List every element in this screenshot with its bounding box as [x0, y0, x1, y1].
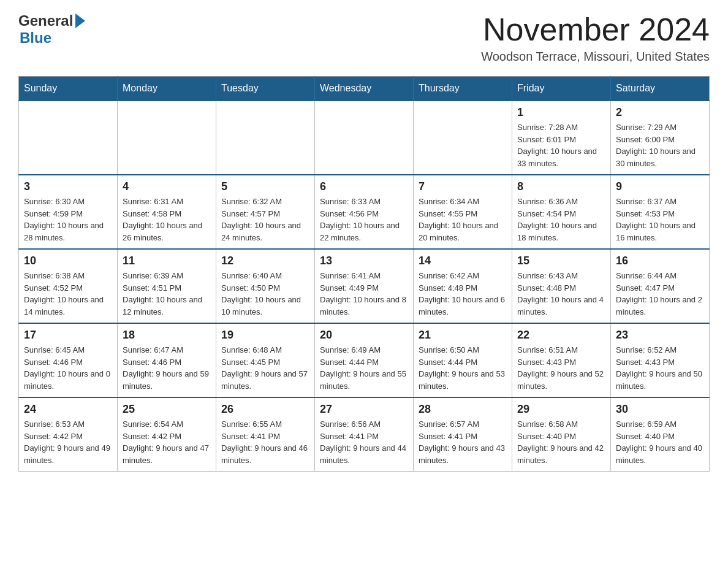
day-info: Sunrise: 6:34 AM Sunset: 4:55 PM Dayligh… [419, 196, 507, 243]
calendar-cell: 8Sunrise: 6:36 AM Sunset: 4:54 PM Daylig… [512, 175, 611, 249]
day-info: Sunrise: 6:31 AM Sunset: 4:58 PM Dayligh… [123, 196, 211, 243]
calendar-cell: 4Sunrise: 6:31 AM Sunset: 4:58 PM Daylig… [118, 175, 216, 249]
day-number: 15 [517, 255, 605, 267]
calendar-cell [414, 101, 512, 175]
calendar-cell [118, 101, 216, 175]
calendar-cell: 28Sunrise: 6:57 AM Sunset: 4:41 PM Dayli… [414, 397, 512, 472]
calendar-cell: 2Sunrise: 7:29 AM Sunset: 6:00 PM Daylig… [611, 101, 710, 175]
calendar-cell [19, 101, 118, 175]
day-number: 25 [123, 403, 211, 416]
day-info: Sunrise: 6:33 AM Sunset: 4:56 PM Dayligh… [320, 196, 408, 243]
calendar-cell: 1Sunrise: 7:28 AM Sunset: 6:01 PM Daylig… [512, 101, 611, 175]
weekday-header-thursday: Thursday [414, 77, 512, 101]
day-number: 26 [221, 403, 309, 416]
day-info: Sunrise: 6:39 AM Sunset: 4:51 PM Dayligh… [123, 270, 211, 318]
day-number: 1 [517, 106, 605, 119]
calendar-cell: 13Sunrise: 6:41 AM Sunset: 4:49 PM Dayli… [315, 249, 414, 323]
day-number: 11 [123, 255, 211, 267]
calendar-cell: 27Sunrise: 6:56 AM Sunset: 4:41 PM Dayli… [315, 397, 414, 472]
day-info: Sunrise: 6:32 AM Sunset: 4:57 PM Dayligh… [221, 196, 309, 243]
day-number: 10 [24, 255, 112, 267]
weekday-header-friday: Friday [512, 77, 611, 101]
logo: General Blue [18, 12, 85, 47]
day-number: 23 [616, 329, 704, 342]
day-info: Sunrise: 7:28 AM Sunset: 6:01 PM Dayligh… [517, 121, 605, 169]
day-number: 9 [616, 180, 704, 193]
calendar-cell: 22Sunrise: 6:51 AM Sunset: 4:43 PM Dayli… [512, 323, 611, 397]
logo-blue-text: Blue [20, 29, 51, 46]
calendar-cell: 30Sunrise: 6:59 AM Sunset: 4:40 PM Dayli… [611, 397, 710, 472]
calendar-cell: 12Sunrise: 6:40 AM Sunset: 4:50 PM Dayli… [216, 249, 315, 323]
day-number: 2 [616, 106, 704, 119]
day-number: 6 [320, 180, 408, 193]
day-number: 28 [419, 403, 507, 416]
day-info: Sunrise: 6:42 AM Sunset: 4:48 PM Dayligh… [419, 270, 507, 318]
day-number: 5 [221, 180, 309, 193]
day-number: 18 [123, 329, 211, 342]
day-number: 14 [419, 255, 507, 267]
logo-triangle-icon [75, 13, 85, 28]
page-header: General Blue November 2024 Woodson Terra… [18, 12, 710, 64]
weekday-header-sunday: Sunday [19, 77, 118, 101]
day-info: Sunrise: 6:44 AM Sunset: 4:47 PM Dayligh… [616, 270, 704, 318]
calendar-cell: 18Sunrise: 6:47 AM Sunset: 4:46 PM Dayli… [118, 323, 216, 397]
calendar-cell: 24Sunrise: 6:53 AM Sunset: 4:42 PM Dayli… [19, 397, 118, 472]
day-info: Sunrise: 6:56 AM Sunset: 4:41 PM Dayligh… [320, 418, 408, 466]
calendar-week-4: 17Sunrise: 6:45 AM Sunset: 4:46 PM Dayli… [19, 323, 710, 397]
calendar-cell: 29Sunrise: 6:58 AM Sunset: 4:40 PM Dayli… [512, 397, 611, 472]
day-info: Sunrise: 6:49 AM Sunset: 4:44 PM Dayligh… [320, 344, 408, 392]
calendar-cell: 3Sunrise: 6:30 AM Sunset: 4:59 PM Daylig… [19, 175, 118, 249]
calendar-cell: 15Sunrise: 6:43 AM Sunset: 4:48 PM Dayli… [512, 249, 611, 323]
day-info: Sunrise: 6:52 AM Sunset: 4:43 PM Dayligh… [616, 344, 704, 392]
calendar-cell: 5Sunrise: 6:32 AM Sunset: 4:57 PM Daylig… [216, 175, 315, 249]
calendar-cell: 10Sunrise: 6:38 AM Sunset: 4:52 PM Dayli… [19, 249, 118, 323]
day-number: 20 [320, 329, 408, 342]
day-number: 16 [616, 255, 704, 267]
day-number: 27 [320, 403, 408, 416]
day-info: Sunrise: 6:55 AM Sunset: 4:41 PM Dayligh… [221, 418, 309, 466]
calendar-week-1: 1Sunrise: 7:28 AM Sunset: 6:01 PM Daylig… [19, 101, 710, 175]
calendar-cell: 9Sunrise: 6:37 AM Sunset: 4:53 PM Daylig… [611, 175, 710, 249]
calendar-week-3: 10Sunrise: 6:38 AM Sunset: 4:52 PM Dayli… [19, 249, 710, 323]
weekday-header-tuesday: Tuesday [216, 77, 315, 101]
day-number: 8 [517, 180, 605, 193]
day-number: 22 [517, 329, 605, 342]
calendar-cell: 20Sunrise: 6:49 AM Sunset: 4:44 PM Dayli… [315, 323, 414, 397]
day-info: Sunrise: 6:58 AM Sunset: 4:40 PM Dayligh… [517, 418, 605, 466]
location-title: Woodson Terrace, Missouri, United States [481, 50, 710, 64]
day-number: 17 [24, 329, 112, 342]
calendar-cell: 21Sunrise: 6:50 AM Sunset: 4:44 PM Dayli… [414, 323, 512, 397]
calendar-week-2: 3Sunrise: 6:30 AM Sunset: 4:59 PM Daylig… [19, 175, 710, 249]
day-number: 29 [517, 403, 605, 416]
day-info: Sunrise: 6:36 AM Sunset: 4:54 PM Dayligh… [517, 196, 605, 243]
title-block: November 2024 Woodson Terrace, Missouri,… [481, 12, 710, 64]
day-info: Sunrise: 6:59 AM Sunset: 4:40 PM Dayligh… [616, 418, 704, 466]
calendar-cell: 11Sunrise: 6:39 AM Sunset: 4:51 PM Dayli… [118, 249, 216, 323]
day-info: Sunrise: 7:29 AM Sunset: 6:00 PM Dayligh… [616, 121, 704, 169]
calendar-cell: 6Sunrise: 6:33 AM Sunset: 4:56 PM Daylig… [315, 175, 414, 249]
day-number: 21 [419, 329, 507, 342]
calendar-table: SundayMondayTuesdayWednesdayThursdayFrid… [18, 76, 710, 472]
day-number: 30 [616, 403, 704, 416]
day-info: Sunrise: 6:43 AM Sunset: 4:48 PM Dayligh… [517, 270, 605, 318]
day-info: Sunrise: 6:57 AM Sunset: 4:41 PM Dayligh… [419, 418, 507, 466]
day-number: 3 [24, 180, 112, 193]
day-number: 12 [221, 255, 309, 267]
day-number: 19 [221, 329, 309, 342]
weekday-header-row: SundayMondayTuesdayWednesdayThursdayFrid… [19, 77, 710, 101]
logo-general-text: General [18, 12, 73, 29]
calendar-cell: 26Sunrise: 6:55 AM Sunset: 4:41 PM Dayli… [216, 397, 315, 472]
calendar-cell: 23Sunrise: 6:52 AM Sunset: 4:43 PM Dayli… [611, 323, 710, 397]
weekday-header-saturday: Saturday [611, 77, 710, 101]
day-info: Sunrise: 6:38 AM Sunset: 4:52 PM Dayligh… [24, 270, 112, 318]
day-number: 7 [419, 180, 507, 193]
calendar-header: SundayMondayTuesdayWednesdayThursdayFrid… [19, 77, 710, 101]
day-info: Sunrise: 6:50 AM Sunset: 4:44 PM Dayligh… [419, 344, 507, 392]
day-number: 13 [320, 255, 408, 267]
calendar-cell [315, 101, 414, 175]
day-number: 24 [24, 403, 112, 416]
weekday-header-monday: Monday [118, 77, 216, 101]
calendar-cell: 16Sunrise: 6:44 AM Sunset: 4:47 PM Dayli… [611, 249, 710, 323]
calendar-cell: 17Sunrise: 6:45 AM Sunset: 4:46 PM Dayli… [19, 323, 118, 397]
day-info: Sunrise: 6:45 AM Sunset: 4:46 PM Dayligh… [24, 344, 112, 392]
